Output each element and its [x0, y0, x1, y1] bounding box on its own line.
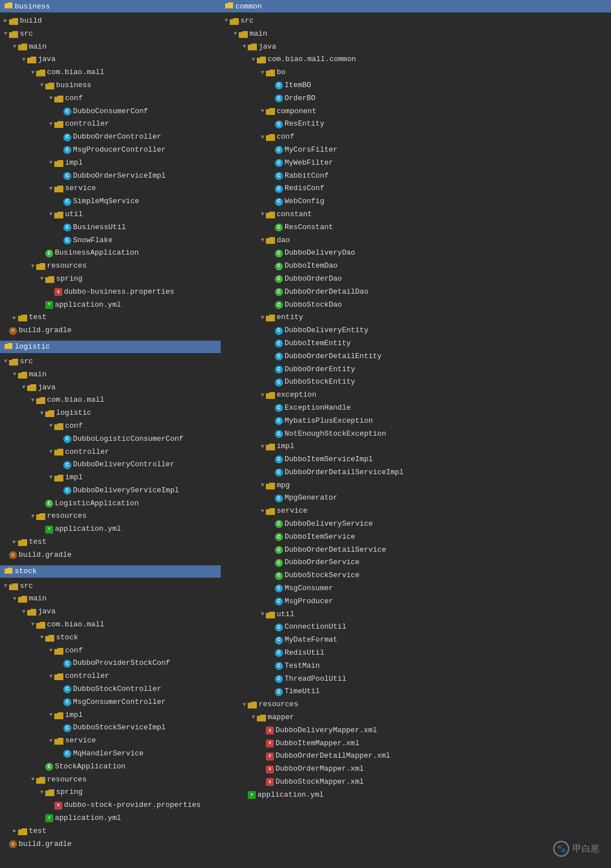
tree-node[interactable]: CDubboStockService — [221, 569, 611, 582]
tree-node[interactable]: Gbuild.gradle — [0, 838, 221, 851]
tree-node[interactable]: ▼src — [0, 580, 221, 593]
tree-node[interactable]: XDubboDeliveryMapper.xml — [221, 724, 611, 737]
tree-node[interactable]: CResEntity — [221, 118, 611, 131]
tree-node[interactable]: ▼conf — [0, 644, 221, 658]
tree-arrow[interactable]: ▼ — [48, 120, 54, 129]
tree-node[interactable]: CDubboOrderEntity — [221, 363, 611, 376]
tree-node[interactable]: ▼util — [0, 208, 221, 221]
tree-node[interactable]: Yapplication.yml — [0, 812, 221, 825]
tree-node[interactable]: CMybatisPlusException — [221, 415, 611, 428]
tree-node[interactable]: ▼entity — [221, 311, 611, 324]
tree-node[interactable]: CDubboStockController — [0, 683, 221, 696]
tree-node[interactable]: CMyWebFilter — [221, 157, 611, 170]
tree-node[interactable]: CDubboDeliveryController — [0, 458, 221, 471]
tree-arrow[interactable]: ▼ — [38, 788, 45, 797]
tree-node[interactable]: CDubboItemService — [221, 531, 611, 544]
tree-node[interactable]: CMyDateFormat — [221, 634, 611, 647]
tree-arrow[interactable]: ▶ — [2, 16, 9, 25]
tree-node[interactable]: ▼impl — [0, 471, 221, 484]
tree-node[interactable]: ▼java — [221, 41, 611, 54]
tree-arrow[interactable]: ▼ — [29, 775, 36, 784]
tree-node[interactable]: ▼com.biao.mall — [0, 394, 221, 407]
tree-arrow[interactable]: ▼ — [38, 633, 45, 642]
tree-node[interactable]: ▼impl — [0, 157, 221, 170]
tree-node[interactable]: Gbuild.gradle — [0, 549, 221, 562]
tree-node[interactable]: CMsgConsumerController — [0, 696, 221, 709]
tree-node[interactable]: CSnowFlake — [0, 234, 221, 247]
tree-header[interactable]: business — [0, 0, 221, 12]
tree-node[interactable]: ▼com.biao.mall.common — [221, 53, 611, 66]
tree-arrow[interactable]: ▼ — [259, 610, 266, 619]
tree-node[interactable]: CDubboItemEntity — [221, 337, 611, 350]
tree-arrow[interactable]: ▼ — [48, 448, 54, 457]
tree-node[interactable]: CRedisUtil — [221, 647, 611, 660]
tree-node[interactable]: CNotEnoughStockException — [221, 428, 611, 441]
tree-node[interactable]: ▼controller — [0, 670, 221, 683]
tree-node[interactable]: CBusinessApplication — [0, 247, 221, 260]
tree-node[interactable]: CStockApplication — [0, 760, 221, 774]
tree-node[interactable]: ▼service — [0, 734, 221, 747]
tree-header[interactable]: logistic — [0, 341, 221, 353]
tree-node[interactable]: ▼main — [221, 28, 611, 41]
tree-arrow[interactable]: ▼ — [29, 620, 36, 629]
tree-node[interactable]: ▼business — [0, 79, 221, 92]
tree-node[interactable]: CMpgGenerator — [221, 492, 611, 505]
tree-node[interactable]: ▼mapper — [221, 711, 611, 724]
tree-node[interactable]: CDubboOrderDetailDao — [221, 286, 611, 299]
tree-node[interactable]: CLogisticApplication — [0, 497, 221, 510]
tree-arrow[interactable]: ▼ — [250, 55, 257, 65]
tree-arrow[interactable]: ▼ — [20, 55, 27, 65]
tree-node[interactable]: ▼controller — [0, 446, 221, 459]
tree-node[interactable]: CDubboOrderDetailEntity — [221, 350, 611, 363]
tree-node[interactable]: ▼main — [0, 41, 221, 54]
tree-node[interactable]: CBusinessUtil — [0, 221, 221, 234]
tree-node[interactable]: Yapplication.yml — [0, 523, 221, 536]
tree-node[interactable]: CMsgProducer — [221, 595, 611, 608]
tree-node[interactable]: CDubboItemServiceImpl — [221, 453, 611, 466]
tree-node[interactable]: CDubboConsumerConf — [0, 105, 221, 118]
tree-node[interactable]: CDubboOrderServiceImpl — [0, 170, 221, 183]
tree-arrow[interactable]: ▼ — [20, 608, 27, 617]
tree-node[interactable]: ▼src — [0, 355, 221, 368]
tree-node[interactable]: CDubboDeliveryService — [221, 518, 611, 531]
tree-node[interactable]: CDubboDeliveryDao — [221, 247, 611, 260]
tree-arrow[interactable]: ▼ — [48, 737, 54, 746]
tree-arrow[interactable]: ▼ — [11, 42, 18, 51]
tree-node[interactable]: ▼service — [221, 505, 611, 518]
tree-arrow[interactable]: ▶ — [11, 538, 18, 547]
tree-node[interactable]: CDubboOrderDetailService — [221, 544, 611, 557]
tree-arrow[interactable]: ▼ — [223, 16, 230, 25]
tree-node[interactable]: XDubboOrderDetailMapper.xml — [221, 750, 611, 763]
tree-arrow[interactable]: ▼ — [48, 672, 54, 681]
tree-node[interactable]: Xdubbo-business.properties — [0, 286, 221, 299]
tree-node[interactable]: ▼com.biao.mall — [0, 618, 221, 631]
tree-node[interactable]: CDubboStockDao — [221, 299, 611, 312]
tree-node[interactable]: CDubboOrderService — [221, 556, 611, 569]
tree-arrow[interactable]: ▼ — [48, 184, 54, 194]
tree-node[interactable]: ▼logistic — [0, 407, 221, 420]
tree-node[interactable]: CDubboOrderDetailServiceImpl — [221, 466, 611, 479]
tree-arrow[interactable]: ▶ — [11, 313, 18, 323]
tree-arrow[interactable]: ▼ — [11, 595, 18, 604]
tree-node[interactable]: CDubboProviderStockConf — [0, 657, 221, 670]
tree-node[interactable]: Xdubbo-stock-provider.properties — [0, 799, 221, 812]
tree-arrow[interactable]: ▼ — [29, 512, 36, 521]
tree-node[interactable]: XDubboItemMapper.xml — [221, 737, 611, 750]
tree-node[interactable]: ▼spring — [0, 273, 221, 286]
tree-node[interactable]: ▶test — [0, 536, 221, 549]
tree-node[interactable]: ▼src — [221, 15, 611, 28]
tree-arrow[interactable]: ▼ — [259, 210, 266, 219]
tree-arrow[interactable]: ▼ — [48, 473, 54, 482]
tree-node[interactable]: ▼resources — [221, 698, 611, 711]
tree-header[interactable]: common — [221, 0, 611, 12]
tree-node[interactable]: CMyCorsFilter — [221, 144, 611, 157]
tree-arrow[interactable]: ▼ — [38, 81, 45, 90]
tree-arrow[interactable]: ▼ — [241, 701, 248, 710]
tree-arrow[interactable]: ▼ — [48, 158, 54, 167]
tree-node[interactable]: ▼impl — [0, 709, 221, 722]
tree-arrow[interactable]: ▼ — [11, 370, 18, 379]
tree-arrow[interactable]: ▼ — [232, 29, 239, 38]
tree-node[interactable]: ▶test — [0, 311, 221, 324]
tree-node[interactable]: CDubboStockServiceImpl — [0, 721, 221, 734]
tree-node[interactable]: ▼src — [0, 28, 221, 41]
